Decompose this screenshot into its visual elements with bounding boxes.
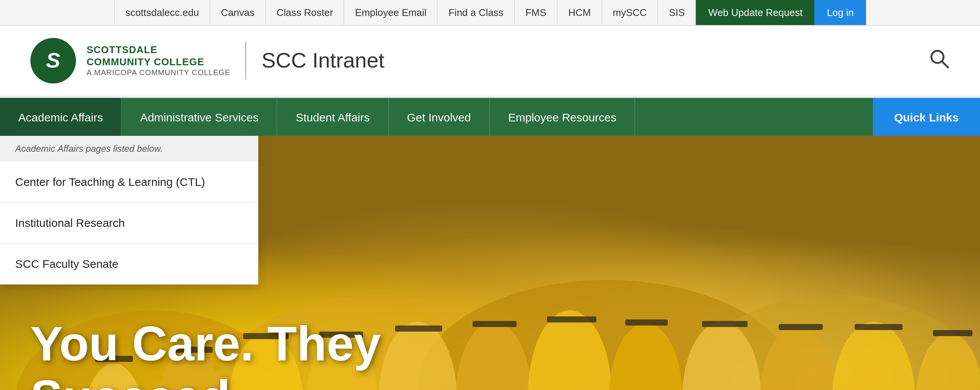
nav-item-get-involved[interactable]: Get Involved	[388, 98, 490, 136]
college-name: SCOTTSDALECOMMUNITY COLLEGE	[87, 44, 230, 68]
nav-item-student-affairs[interactable]: Student Affairs	[278, 98, 389, 136]
find-a-class-link[interactable]: Find a Class	[438, 0, 515, 25]
ctl-dropdown-item[interactable]: Center for Teaching & Learning (CTL)	[0, 162, 258, 203]
hero-overlay: You Care. They Succeed.	[0, 294, 980, 390]
nav-item-employee-resources[interactable]: Employee Resources	[490, 98, 635, 136]
class-roster-link[interactable]: Class Roster	[266, 0, 345, 25]
hero-text: You Care. They Succeed.	[30, 317, 425, 390]
logo-link[interactable]: S SCOTTSDALECOMMUNITY COLLEGE A MARICOPA…	[30, 38, 230, 84]
site-title: SCC Intranet	[261, 49, 384, 73]
myscc-link[interactable]: mySCC	[602, 0, 658, 25]
logo-divider	[245, 42, 246, 80]
sis-link[interactable]: SIS	[658, 0, 696, 25]
web-update-request-button[interactable]: Web Update Request	[696, 0, 815, 25]
canvas-link[interactable]: Canvas	[210, 0, 266, 25]
logo-text: SCOTTSDALECOMMUNITY COLLEGE A MARICOPA C…	[87, 44, 230, 77]
search-icon[interactable]	[928, 48, 950, 74]
site-header: S SCOTTSDALECOMMUNITY COLLEGE A MARICOPA…	[0, 26, 980, 98]
scottsdalecc-link[interactable]: scottsdalecc.edu	[114, 0, 210, 25]
maricopa-text: A MARICOPA COMMUNITY COLLEGE	[87, 68, 230, 77]
logo-circle: S	[30, 38, 76, 84]
nav-item-academic-affairs[interactable]: Academic Affairs	[0, 98, 122, 136]
login-button[interactable]: Log in	[815, 0, 866, 25]
quick-links-button[interactable]: Quick Links	[873, 98, 980, 136]
institutional-research-dropdown-item[interactable]: Institutional Research	[0, 203, 258, 244]
utility-bar: scottsdalecc.edu Canvas Class Roster Emp…	[0, 0, 980, 26]
fms-link[interactable]: FMS	[515, 0, 558, 25]
main-nav: Academic Affairs Administrative Services…	[0, 98, 980, 136]
hcm-link[interactable]: HCM	[558, 0, 602, 25]
dropdown-header: Academic Affairs pages listed below.	[0, 136, 258, 162]
nav-item-administrative-services[interactable]: Administrative Services	[122, 98, 278, 136]
employee-email-link[interactable]: Employee Email	[345, 0, 438, 25]
faculty-senate-dropdown-item[interactable]: SCC Faculty Senate	[0, 244, 258, 285]
svg-line-1	[942, 62, 948, 68]
dropdown-menu: Academic Affairs pages listed below. Cen…	[0, 136, 258, 285]
